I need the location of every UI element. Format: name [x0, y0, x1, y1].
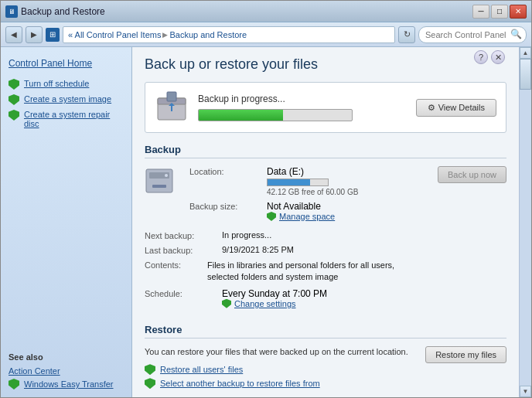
- titlebar: 🖥 Backup and Restore ─ □ ✕: [1, 1, 531, 22]
- forward-button[interactable]: ▶: [26, 26, 43, 43]
- schedule-row: Schedule: Every Sunday at 7:00 PM Change…: [145, 288, 424, 308]
- backup-icon: [155, 90, 189, 124]
- restore-description: You can restore your files that were bac…: [145, 346, 408, 358]
- back-button[interactable]: ◀: [5, 26, 22, 43]
- restore-section: Restore You can restore your files that …: [145, 324, 506, 392]
- progress-bar-fill: [199, 110, 283, 121]
- manage-space-link[interactable]: Manage space: [267, 212, 335, 221]
- location-value: Data (E:): [267, 166, 358, 177]
- page-title: Back up or restore your files: [145, 56, 506, 73]
- main-layout: Control Panel Home Turn off schedule Cre…: [1, 47, 531, 397]
- schedule-label: Schedule:: [145, 288, 222, 298]
- addressbar: ◀ ▶ ⊞ « All Control Panel Items ▶ Backup…: [1, 22, 531, 47]
- see-also-label: See also: [1, 343, 131, 365]
- view-details-button[interactable]: ⚙ View Details: [416, 99, 496, 117]
- schedule-value-block: Every Sunday at 7:00 PM Change settings: [222, 288, 327, 308]
- window-title: Backup and Restore: [21, 6, 105, 17]
- minimize-button[interactable]: ─: [472, 5, 489, 19]
- sidebar-item-label: Create a system repair disc: [24, 110, 124, 128]
- svg-point-6: [165, 174, 168, 177]
- shield-icon: [9, 79, 19, 90]
- disk-icon-container: [145, 166, 183, 196]
- scroll-down-button[interactable]: ▼: [520, 386, 531, 397]
- cp-icon: ⊞: [46, 28, 60, 42]
- backup-size-block: Not Available Manage space: [267, 201, 335, 221]
- titlebar-left: 🖥 Backup and Restore: [5, 5, 105, 18]
- select-backup-link[interactable]: Select another backup to restore files f…: [145, 378, 408, 389]
- schedule-value: Every Sunday at 7:00 PM: [222, 288, 327, 299]
- contents-value: Files in libraries and personal folders …: [207, 260, 424, 284]
- restore-links: Restore all users' files Select another …: [145, 364, 408, 389]
- shield-icon: [9, 94, 19, 105]
- sidebar-item-label: Create a system image: [24, 94, 111, 104]
- last-backup-label: Last backup:: [145, 245, 222, 255]
- progress-bar: [198, 109, 353, 121]
- content-inner: ? ✕ Back up or restore your files: [132, 47, 519, 397]
- backup-size-label: Backup size:: [189, 201, 267, 211]
- next-backup-row: Next backup: In progress...: [145, 230, 424, 240]
- select-backup-label: Select another backup to restore files f…: [160, 379, 320, 388]
- window-icon: 🖥: [5, 5, 18, 18]
- progress-content: Backup in progress...: [198, 94, 407, 121]
- scroll-thumb[interactable]: [520, 59, 531, 90]
- location-row: Location: Data (E:) 42.12 GB free of 60.…: [145, 166, 424, 226]
- help-bar: ? ✕: [474, 50, 505, 64]
- shield-icon: [145, 364, 155, 375]
- last-backup-value: 9/19/2021 8:25 PM: [222, 245, 294, 254]
- next-backup-label: Next backup:: [145, 230, 222, 240]
- location-value-block: Data (E:) 42.12 GB free of 60.00 GB: [267, 166, 358, 196]
- sidebar-item-turn-off-schedule[interactable]: Turn off schedule: [1, 77, 131, 92]
- titlebar-buttons: ─ □ ✕: [472, 5, 527, 19]
- progress-section: Backup in progress... ⚙ View Details: [145, 82, 506, 133]
- drive-bar-fill: [268, 179, 310, 185]
- close-button[interactable]: ✕: [510, 5, 527, 19]
- backup-info: Location: Data (E:) 42.12 GB free of 60.…: [145, 166, 424, 313]
- sidebar-item-create-repair-disc[interactable]: Create a system repair disc: [1, 107, 131, 131]
- sidebar-home-link[interactable]: Control Panel Home: [1, 53, 131, 77]
- scroll-track[interactable]: [520, 59, 531, 386]
- restore-all-label: Restore all users' files: [160, 365, 243, 374]
- shield-icon: [145, 378, 155, 389]
- shield-icon: [222, 299, 231, 308]
- gear-icon: ⚙: [428, 103, 435, 113]
- drive-free: 42.12 GB free of 60.00 GB: [267, 188, 358, 196]
- restore-row: You can restore your files that were bac…: [145, 346, 506, 392]
- sidebar-item-create-system-image[interactable]: Create a system image: [1, 92, 131, 107]
- backup-section-title: Backup: [145, 144, 506, 158]
- sidebar-item-label: Turn off schedule: [24, 79, 89, 88]
- backup-size-value: Not Available: [267, 201, 335, 212]
- scrollbar: ▲ ▼: [519, 47, 531, 397]
- change-settings-link[interactable]: Change settings: [222, 299, 327, 308]
- shield-icon: [267, 212, 276, 221]
- location-content: Location: Data (E:) 42.12 GB free of 60.…: [145, 166, 358, 226]
- scroll-up-button[interactable]: ▲: [520, 47, 531, 59]
- sidebar-windows-easy-transfer-link[interactable]: Windows Easy Transfer: [1, 377, 131, 391]
- content-area: ? ✕ Back up or restore your files: [132, 47, 519, 397]
- svg-rect-5: [152, 185, 166, 188]
- location-text-block: Location: Data (E:) 42.12 GB free of 60.…: [189, 166, 358, 226]
- search-wrapper: 🔍: [418, 26, 527, 43]
- restore-all-users-link[interactable]: Restore all users' files: [145, 364, 408, 375]
- expand-button[interactable]: ✕: [491, 50, 505, 64]
- back-up-now-button[interactable]: Back up now: [438, 166, 506, 183]
- sidebar: Control Panel Home Turn off schedule Cre…: [1, 47, 132, 397]
- drive-bar: [267, 179, 329, 186]
- shield-icon: [9, 379, 19, 389]
- refresh-button[interactable]: ↻: [398, 26, 415, 43]
- svg-rect-2: [167, 92, 176, 101]
- breadcrumb[interactable]: « All Control Panel Items ▶ Backup and R…: [63, 26, 395, 43]
- breadcrumb-root: « All Control Panel Items: [68, 30, 161, 39]
- maximize-button[interactable]: □: [491, 5, 508, 19]
- sidebar-action-center-link[interactable]: Action Center: [1, 365, 131, 377]
- restore-my-files-button[interactable]: Restore my files: [425, 346, 506, 363]
- breadcrumb-current: Backup and Restore: [169, 30, 247, 39]
- contents-row: Contents: Files in libraries and persona…: [145, 260, 424, 284]
- contents-label: Contents:: [145, 260, 207, 270]
- sidebar-link-label: Action Center: [9, 366, 60, 376]
- sidebar-link-label: Windows Easy Transfer: [24, 379, 114, 389]
- search-icon: 🔍: [510, 29, 522, 39]
- progress-label: Backup in progress...: [198, 94, 407, 104]
- restore-left: You can restore your files that were bac…: [145, 346, 408, 392]
- help-button[interactable]: ?: [474, 50, 488, 64]
- shield-icon: [9, 110, 19, 121]
